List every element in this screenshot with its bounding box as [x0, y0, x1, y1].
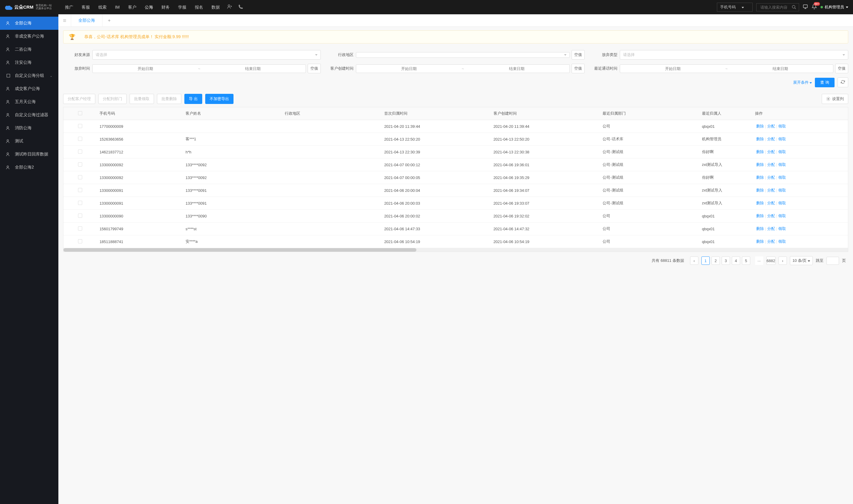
region-empty-button[interactable]: 空值: [571, 50, 585, 59]
claim-link[interactable]: 领取: [777, 124, 787, 128]
assign-link[interactable]: 分配: [766, 201, 776, 205]
user-menu[interactable]: 机构管理员: [820, 4, 848, 10]
sidebar-item[interactable]: 全部公海: [0, 17, 58, 30]
sidebar-item[interactable]: 测试: [0, 134, 58, 148]
prev-page-button[interactable]: ‹: [690, 256, 698, 265]
delete-link[interactable]: 删除: [755, 175, 765, 180]
row-checkbox[interactable]: [78, 149, 82, 154]
create-time-range[interactable]: ~: [356, 64, 569, 73]
nav-item[interactable]: 公海: [141, 0, 157, 14]
tab-active[interactable]: 全部公海: [71, 14, 103, 26]
delete-link[interactable]: 删除: [755, 239, 765, 244]
nav-item[interactable]: 线索: [94, 0, 111, 14]
last-call-range[interactable]: ~: [620, 64, 833, 73]
claim-link[interactable]: 领取: [777, 201, 787, 205]
nav-item[interactable]: 学服: [174, 0, 190, 14]
delete-link[interactable]: 删除: [755, 227, 765, 231]
column-settings-button[interactable]: 设置列: [822, 94, 848, 104]
claim-link[interactable]: 领取: [777, 239, 787, 244]
tab-list-icon[interactable]: [58, 14, 71, 26]
row-checkbox[interactable]: [78, 188, 82, 192]
row-checkbox[interactable]: [78, 137, 82, 141]
abandon-time-empty-button[interactable]: 空值: [308, 64, 321, 73]
assign-manager-button[interactable]: 分配客户经理: [63, 94, 95, 104]
sidebar-item[interactable]: 消防公海: [0, 122, 58, 134]
delete-link[interactable]: 删除: [755, 201, 765, 205]
claim-link[interactable]: 领取: [777, 149, 787, 154]
delete-link[interactable]: 删除: [755, 188, 765, 193]
assign-link[interactable]: 分配: [766, 239, 776, 244]
friend-source-select[interactable]: 请选择: [92, 50, 321, 59]
nav-item[interactable]: 推广: [61, 0, 77, 14]
search-icon[interactable]: [792, 5, 796, 10]
nav-item[interactable]: 客户: [124, 0, 141, 14]
abandon-start-input[interactable]: [94, 67, 197, 71]
create-time-empty-button[interactable]: 空值: [571, 64, 585, 73]
assign-link[interactable]: 分配: [766, 188, 776, 193]
nav-item[interactable]: 报名: [190, 0, 207, 14]
last-call-empty-button[interactable]: 空值: [835, 64, 848, 73]
export-button[interactable]: 导 出: [184, 94, 202, 104]
sidebar-item[interactable]: 全部公海2: [0, 161, 58, 174]
page-number-button[interactable]: 2: [711, 256, 720, 265]
sidebar-item[interactable]: 成交客户公海: [0, 82, 58, 95]
sidebar-item[interactable]: 自定义公海分组⌄: [0, 69, 58, 82]
row-checkbox[interactable]: [78, 175, 82, 179]
claim-link[interactable]: 领取: [777, 227, 787, 231]
delete-link[interactable]: 删除: [755, 214, 765, 218]
goto-page-input[interactable]: [827, 257, 839, 265]
sidebar-item[interactable]: 二咨公海: [0, 43, 58, 56]
last-call-end-input[interactable]: [729, 67, 832, 71]
assign-link[interactable]: 分配: [766, 124, 776, 128]
create-end-input[interactable]: [465, 67, 568, 71]
logo[interactable]: 云朵CRM 教育机构一站 式服务云平台: [5, 4, 52, 10]
abandon-time-range[interactable]: ~: [92, 64, 306, 73]
sidebar-item[interactable]: 五月天公海: [0, 95, 58, 108]
page-number-button[interactable]: 1: [702, 256, 710, 265]
delete-link[interactable]: 删除: [755, 137, 765, 141]
claim-link[interactable]: 领取: [777, 214, 787, 218]
sidebar-item[interactable]: 自定义公海过滤器: [0, 108, 58, 122]
query-button[interactable]: 查 询: [815, 78, 835, 87]
monitor-icon[interactable]: [803, 4, 808, 11]
assign-link[interactable]: 分配: [766, 149, 776, 154]
page-size-select[interactable]: 10 条/页: [790, 256, 813, 265]
assign-link[interactable]: 分配: [766, 137, 776, 141]
notification-icon[interactable]: 99+: [812, 4, 817, 11]
claim-link[interactable]: 领取: [777, 162, 787, 167]
claim-link[interactable]: 领取: [777, 137, 787, 141]
row-checkbox[interactable]: [78, 227, 82, 231]
assign-link[interactable]: 分配: [766, 227, 776, 231]
nav-item[interactable]: 财务: [157, 0, 174, 14]
page-number-button[interactable]: 5: [742, 256, 750, 265]
row-checkbox[interactable]: [78, 214, 82, 218]
refresh-button[interactable]: [837, 77, 848, 87]
export-plain-button[interactable]: 不加密导出: [205, 94, 234, 104]
sidebar-item[interactable]: 非成交客户公海: [0, 30, 58, 43]
sidebar-item[interactable]: 测试昨日回库数据: [0, 148, 58, 161]
search-input[interactable]: [759, 4, 792, 11]
region-select[interactable]: [356, 52, 569, 58]
assign-link[interactable]: 分配: [766, 162, 776, 167]
delete-link[interactable]: 删除: [755, 124, 765, 128]
create-start-input[interactable]: [358, 67, 460, 71]
row-checkbox[interactable]: [78, 201, 82, 205]
assign-link[interactable]: 分配: [766, 214, 776, 218]
row-checkbox[interactable]: [78, 239, 82, 244]
page-number-button[interactable]: 4: [732, 256, 740, 265]
next-page-button[interactable]: ›: [779, 256, 787, 265]
phone-icon[interactable]: [235, 4, 246, 11]
add-user-icon[interactable]: [224, 4, 235, 11]
nav-item[interactable]: 客服: [77, 0, 94, 14]
batch-claim-button[interactable]: 批量领取: [130, 94, 154, 104]
sidebar-item[interactable]: 注安公海: [0, 56, 58, 69]
select-all-checkbox[interactable]: [78, 111, 82, 115]
search-type-select[interactable]: 手机号码: [717, 3, 752, 12]
claim-link[interactable]: 领取: [777, 188, 787, 193]
nav-item[interactable]: 数据: [207, 0, 224, 14]
row-checkbox[interactable]: [78, 124, 82, 128]
last-call-start-input[interactable]: [621, 67, 724, 71]
assign-dept-button[interactable]: 分配到部门: [98, 94, 127, 104]
row-checkbox[interactable]: [78, 162, 82, 166]
horizontal-scrollbar[interactable]: [63, 248, 848, 252]
